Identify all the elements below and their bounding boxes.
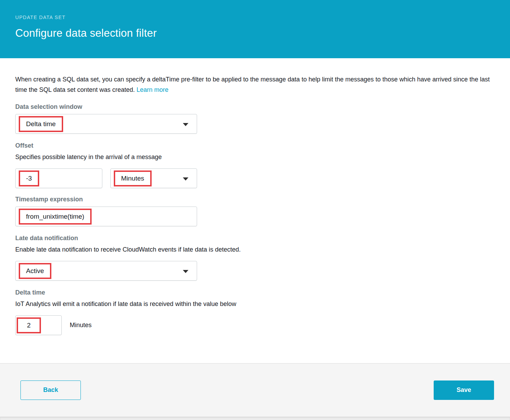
offset-unit-select[interactable]: Minutes — [110, 168, 197, 188]
page-bottom-strip — [0, 417, 510, 420]
offset-value-input[interactable]: -3 — [15, 168, 102, 188]
intro-text: When creating a SQL data set, you can sp… — [15, 74, 495, 95]
delta-time-unit-label: Minutes — [70, 322, 92, 329]
annotation-box-offset-value: -3 — [19, 170, 39, 186]
offset-description: Specifies possible latency in the arriva… — [15, 154, 495, 161]
learn-more-link[interactable]: Learn more — [137, 86, 169, 93]
chevron-down-icon — [183, 177, 188, 181]
annotation-box-timestamp-expression: from_unixtime(time) — [19, 209, 92, 225]
form-content: When creating a SQL data set, you can sp… — [0, 58, 510, 363]
data-selection-window-label: Data selection window — [15, 103, 495, 111]
chevron-down-icon — [183, 123, 188, 126]
page-header: UPDATE DATA SET Configure data selection… — [0, 0, 510, 58]
late-data-notification-description: Enable late data notification to receive… — [15, 246, 495, 253]
delta-time-description: IoT Analytics will emit a notification i… — [15, 300, 495, 308]
data-selection-window-value: Delta time — [26, 120, 56, 128]
late-data-notification-value: Active — [26, 267, 44, 275]
chevron-down-icon — [183, 270, 188, 273]
page-title: Configure data selection filter — [15, 27, 495, 40]
data-selection-window-select[interactable]: Delta time — [15, 114, 197, 134]
intro-text-body: When creating a SQL data set, you can sp… — [15, 76, 490, 93]
late-data-notification-select[interactable]: Active — [15, 261, 197, 281]
offset-unit-value: Minutes — [121, 175, 144, 182]
delta-time-value-input[interactable]: 2 — [15, 315, 62, 335]
save-button[interactable]: Save — [434, 380, 494, 400]
late-data-notification-label: Late data notification — [15, 235, 495, 242]
update-data-set-page: UPDATE DATA SET Configure data selection… — [0, 0, 510, 420]
annotation-box-late-data-notification: Active — [19, 263, 51, 279]
annotation-box-delta-time-value: 2 — [17, 317, 41, 333]
offset-row: -3 Minutes — [15, 161, 495, 188]
timestamp-expression-value: from_unixtime(time) — [26, 213, 84, 220]
back-button[interactable]: Back — [20, 380, 81, 400]
form-footer: Back Save — [0, 363, 510, 417]
offset-label: Offset — [15, 142, 495, 149]
breadcrumb-eyebrow: UPDATE DATA SET — [15, 15, 495, 20]
delta-time-value: 2 — [27, 322, 31, 329]
annotation-box-offset-unit: Minutes — [114, 170, 152, 186]
offset-value: -3 — [26, 175, 32, 182]
delta-time-row: 2 Minutes — [15, 308, 495, 335]
timestamp-expression-label: Timestamp expression — [15, 196, 495, 203]
timestamp-expression-input[interactable]: from_unixtime(time) — [15, 207, 197, 226]
delta-time-label: Delta time — [15, 289, 495, 296]
annotation-box-data-selection-window: Delta time — [19, 116, 63, 132]
